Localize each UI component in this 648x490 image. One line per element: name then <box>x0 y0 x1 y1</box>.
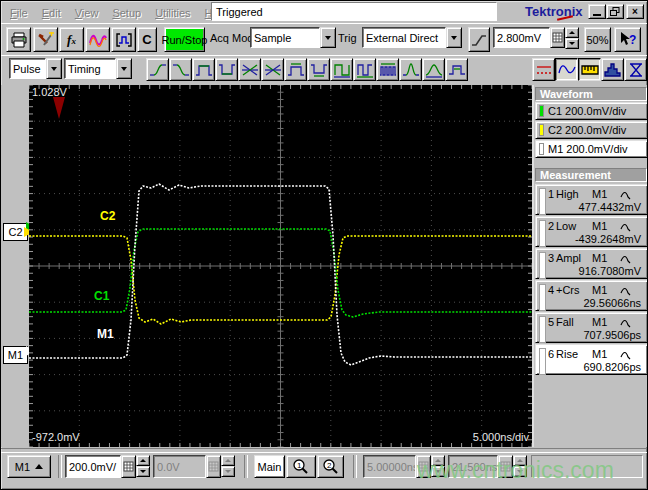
setup-tools-button[interactable] <box>33 27 58 52</box>
negative-pulse-icon <box>310 62 328 78</box>
color-wave-icon <box>89 32 107 48</box>
positive-overshoot-button[interactable] <box>399 58 422 81</box>
zoom-1-button[interactable]: 1 <box>286 455 316 478</box>
acq-mode-select[interactable]: Sample <box>250 27 336 48</box>
vertical-offset-spinner <box>221 455 235 478</box>
pulse-bracket-icon <box>115 32 133 48</box>
rising-slope-icon <box>470 32 488 48</box>
c1-scale-label: C1 200.0mV/div <box>548 105 626 117</box>
vertical-scale-keypad-button[interactable] <box>121 455 136 478</box>
magnifier-2-icon: 2 <box>322 458 340 475</box>
context-help-button[interactable]: ? <box>614 27 641 52</box>
trig-label: Trig <box>338 32 357 44</box>
rise-time-button[interactable] <box>146 58 169 81</box>
negative-width-button[interactable] <box>215 58 238 81</box>
waveform-m1-button[interactable]: M1 200.0mV/div <box>535 140 648 158</box>
meas-group-dropdown-button[interactable] <box>116 58 132 79</box>
trig-source-dropdown-button[interactable] <box>446 27 462 48</box>
settle-top-button[interactable] <box>445 58 468 81</box>
fall-time-button[interactable] <box>169 58 192 81</box>
frequency-button[interactable] <box>353 58 376 81</box>
negative-crossing-icon <box>264 62 282 78</box>
divider <box>353 455 357 478</box>
arrow-up-icon <box>140 459 146 462</box>
spin-up-button[interactable] <box>565 27 579 38</box>
trig-level-spinner[interactable] <box>565 27 579 49</box>
period-button[interactable] <box>330 58 353 81</box>
measurement-ampl-button[interactable]: 3AmplM1916.7080mV <box>535 248 648 279</box>
measurement-low-button[interactable]: 2LowM1-439.2648mV <box>535 216 648 247</box>
peak-area-button[interactable] <box>422 58 445 81</box>
measurement-crs-button[interactable]: 4+CrsM129.56066ns <box>535 280 648 311</box>
run-stop-button[interactable]: Run/Stop <box>164 27 205 52</box>
measurement-name: High <box>556 188 592 200</box>
positive-width-button[interactable] <box>192 58 215 81</box>
waveform-database-button[interactable] <box>85 27 110 52</box>
grid-lines <box>29 85 532 447</box>
timebase-label: 5.000ns/div <box>449 431 529 443</box>
measurement-panel-header: Measurement <box>535 168 647 182</box>
measurement-number: 4 <box>548 284 556 296</box>
menu-view[interactable]: View <box>68 5 106 22</box>
menu-edit[interactable]: Edit <box>35 5 68 22</box>
waveform-plot <box>29 85 532 447</box>
horizontal-main-button[interactable]: Main <box>254 455 285 478</box>
spin-down-button[interactable] <box>565 38 579 49</box>
spin-up-button[interactable] <box>136 455 150 466</box>
pulse-define-button[interactable] <box>111 27 136 52</box>
meas-group-select[interactable]: Timing <box>64 58 132 79</box>
vertical-scale-field[interactable]: 200.0mV/ <box>65 455 121 478</box>
m1-channel-marker[interactable]: M1 <box>3 346 28 364</box>
trigger-position-marker[interactable] <box>53 97 65 119</box>
measurement-toolbar: Pulse Timing <box>1 54 648 85</box>
close-button[interactable]: × <box>626 4 644 19</box>
burst-width-button[interactable] <box>376 58 399 81</box>
restore-button[interactable] <box>606 4 624 19</box>
vertical-source-select-button[interactable]: M1 <box>7 455 51 478</box>
measurement-icon-group <box>146 58 468 81</box>
waveform-c2-button[interactable]: C2 200.0mV/div <box>535 121 648 139</box>
spin-down-button[interactable] <box>136 466 150 477</box>
menu-setup[interactable]: Setup <box>105 5 148 22</box>
waveform-c1-button[interactable]: C1 200.0mV/div <box>535 102 648 120</box>
trigger-status-readout: Triggered <box>211 2 497 21</box>
measurement-high-button[interactable]: 1HighM1477.4432mV <box>535 184 648 215</box>
set-trig-50pct-button[interactable]: 50% <box>584 27 611 52</box>
measurement-fall-button[interactable]: 5FallM1707.9506ps <box>535 312 648 343</box>
acq-mode-dropdown-button[interactable] <box>320 27 336 48</box>
measurement-source: M1 <box>592 316 620 328</box>
cursors-button[interactable] <box>532 58 555 81</box>
measurement-rise-button[interactable]: 6RiseM1690.8206ps <box>535 344 648 375</box>
mask-test-button[interactable] <box>624 58 647 81</box>
waveform-display-button[interactable] <box>555 58 578 81</box>
trig-source-select[interactable]: External Direct <box>362 27 462 48</box>
positive-pulse-button[interactable] <box>284 58 307 81</box>
c2-scale-label: C2 200.0mV/div <box>548 124 626 136</box>
print-button[interactable] <box>6 27 31 52</box>
vertical-scale-spinner[interactable] <box>136 455 150 478</box>
menu-file[interactable]: File <box>3 5 35 22</box>
clear-button[interactable]: C <box>137 27 157 52</box>
trig-slope-button[interactable] <box>468 27 490 52</box>
negative-crossing-button[interactable] <box>261 58 284 81</box>
spin-up-button <box>513 455 527 466</box>
zoom-2-button[interactable]: 2 <box>317 455 344 478</box>
menu-utilities[interactable]: Utilities <box>148 5 197 22</box>
trig-level-field[interactable]: 2.800mV <box>493 27 550 48</box>
trig-level-keypad-button[interactable] <box>550 27 565 48</box>
meas-category-select[interactable]: Pulse <box>9 58 62 79</box>
minimize-button[interactable] <box>588 4 606 19</box>
trig-source-value: External Direct <box>362 27 446 48</box>
keypad-icon <box>500 461 511 472</box>
keypad-icon <box>123 461 134 472</box>
meas-category-dropdown-button[interactable] <box>46 58 62 79</box>
arrow-down-icon <box>435 470 441 473</box>
pulse-icon <box>620 188 634 200</box>
negative-pulse-button[interactable] <box>307 58 330 81</box>
math-function-button[interactable]: fx <box>59 27 84 52</box>
vertical-offset-keypad-button <box>206 455 221 478</box>
positive-crossing-button[interactable] <box>238 58 261 81</box>
measure-ruler-icon <box>581 62 599 78</box>
histogram-button[interactable] <box>601 58 624 81</box>
measure-ruler-button[interactable] <box>578 58 601 81</box>
